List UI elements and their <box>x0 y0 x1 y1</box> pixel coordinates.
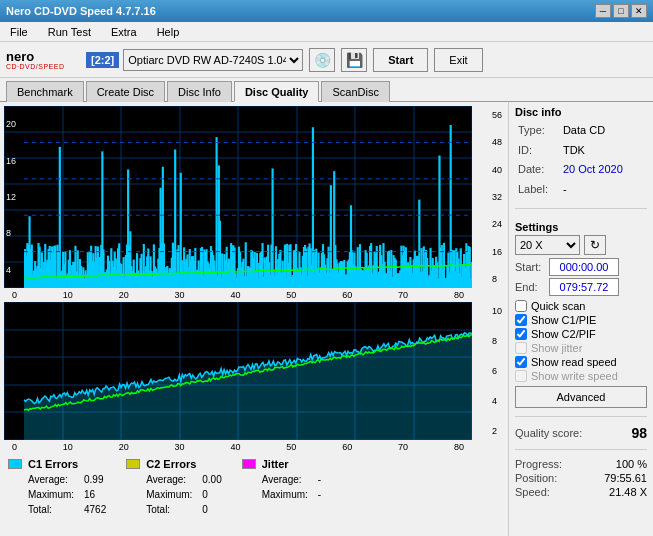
menu-file[interactable]: File <box>4 24 34 40</box>
jitter-color-box <box>242 459 256 469</box>
bottom-chart-canvas <box>4 302 472 440</box>
start-button[interactable]: Start <box>373 48 428 72</box>
menu-help[interactable]: Help <box>151 24 186 40</box>
drive-dropdown[interactable]: Optiarc DVD RW AD-7240S 1.04 <box>123 49 303 71</box>
c2-label: C2 Errors <box>146 458 196 470</box>
top-chart-y-right: 56 48 40 32 24 16 8 <box>492 106 502 288</box>
show-write-speed-row: Show write speed <box>515 370 647 382</box>
time-fields: Start: End: <box>515 258 647 296</box>
jitter-label: Jitter <box>262 458 289 470</box>
refresh-button[interactable]: ↻ <box>584 235 606 255</box>
bottom-chart-x-labels: 0 10 20 30 40 50 60 70 80 <box>4 442 472 452</box>
bottom-chart-y-right: 10 8 6 4 2 <box>492 302 502 440</box>
disc-info-title: Disc info <box>515 106 647 118</box>
show-read-speed-row: Show read speed <box>515 356 647 368</box>
settings-section: Settings 20 X ↻ Start: End: <box>515 221 647 408</box>
save-icon-button[interactable]: 💾 <box>341 48 367 72</box>
tab-benchmark[interactable]: Benchmark <box>6 81 84 102</box>
eject-icon-button[interactable]: 💿 <box>309 48 335 72</box>
exit-button[interactable]: Exit <box>434 48 482 72</box>
drive-selector: [2:2] Optiarc DVD RW AD-7240S 1.04 <box>86 49 303 71</box>
legend-c1-errors: C1 Errors Average: 0.99 Maximum: 16 Tota… <box>8 458 106 517</box>
quick-scan-label: Quick scan <box>531 300 585 312</box>
tab-disc-quality[interactable]: Disc Quality <box>234 81 320 102</box>
advanced-button[interactable]: Advanced <box>515 386 647 408</box>
disc-info-table: Type: Data CD ID: TDK Date: 20 Oct 2020 … <box>515 120 647 200</box>
progress-position-row: Position: 79:55.61 <box>515 472 647 484</box>
disc-info-section: Disc info Type: Data CD ID: TDK Date: 20… <box>515 106 647 200</box>
menu-bar: File Run Test Extra Help <box>0 22 653 42</box>
c1-color-box <box>8 459 22 469</box>
drive-label: [2:2] <box>86 52 119 68</box>
start-label: Start: <box>515 261 545 273</box>
quality-score-value: 98 <box>631 425 647 441</box>
divider-3 <box>515 449 647 450</box>
legend-c2-errors: C2 Errors Average: 0.00 Maximum: 0 Total… <box>126 458 221 517</box>
show-c1-row: Show C1/PIE <box>515 314 647 326</box>
show-jitter-row: Show jitter <box>515 342 647 354</box>
tab-scan-disc[interactable]: ScanDisc <box>321 81 389 102</box>
legend-jitter: Jitter Average: - Maximum: - <box>242 458 321 517</box>
close-button[interactable]: ✕ <box>631 4 647 18</box>
chart-area: 56 48 40 32 24 16 8 0 10 20 30 40 50 60 … <box>0 102 508 536</box>
main-content: 56 48 40 32 24 16 8 0 10 20 30 40 50 60 … <box>0 102 653 536</box>
disc-info-id-row: ID: TDK <box>517 142 645 160</box>
maximize-button[interactable]: □ <box>613 4 629 18</box>
speed-dropdown[interactable]: 20 X <box>515 235 580 255</box>
show-c2-checkbox[interactable] <box>515 328 527 340</box>
title-bar: Nero CD-DVD Speed 4.7.7.16 ─ □ ✕ <box>0 0 653 22</box>
top-chart-canvas <box>4 106 472 288</box>
quick-scan-checkbox[interactable] <box>515 300 527 312</box>
show-c1-label: Show C1/PIE <box>531 314 596 326</box>
show-read-speed-checkbox[interactable] <box>515 356 527 368</box>
right-panel: Disc info Type: Data CD ID: TDK Date: 20… <box>508 102 653 536</box>
menu-extra[interactable]: Extra <box>105 24 143 40</box>
top-chart-x-labels: 0 10 20 30 40 50 60 70 80 <box>4 290 472 300</box>
menu-run-test[interactable]: Run Test <box>42 24 97 40</box>
tab-create-disc[interactable]: Create Disc <box>86 81 165 102</box>
end-time-input[interactable] <box>549 278 619 296</box>
divider-1 <box>515 208 647 209</box>
quality-score-label: Quality score: <box>515 427 582 439</box>
show-c1-checkbox[interactable] <box>515 314 527 326</box>
settings-title: Settings <box>515 221 647 233</box>
show-jitter-checkbox <box>515 342 527 354</box>
top-chart-wrapper: 56 48 40 32 24 16 8 <box>4 106 472 288</box>
speed-row: 20 X ↻ <box>515 235 647 255</box>
quality-score-row: Quality score: 98 <box>515 425 647 441</box>
quick-scan-row: Quick scan <box>515 300 647 312</box>
chart-legend: C1 Errors Average: 0.99 Maximum: 16 Tota… <box>4 454 504 517</box>
disc-info-type-row: Type: Data CD <box>517 122 645 140</box>
nero-logo: nero CD·DVD/SPEED <box>6 46 76 74</box>
progress-progress-row: Progress: 100 % <box>515 458 647 470</box>
disc-info-date-row: Date: 20 Oct 2020 <box>517 161 645 179</box>
c1-label: C1 Errors <box>28 458 78 470</box>
app-title: Nero CD-DVD Speed 4.7.7.16 <box>6 5 156 17</box>
show-read-speed-label: Show read speed <box>531 356 617 368</box>
start-time-row: Start: <box>515 258 647 276</box>
tab-bar: Benchmark Create Disc Disc Info Disc Qua… <box>0 78 653 102</box>
toolbar: nero CD·DVD/SPEED [2:2] Optiarc DVD RW A… <box>0 42 653 78</box>
divider-2 <box>515 416 647 417</box>
show-write-speed-label: Show write speed <box>531 370 618 382</box>
show-c2-row: Show C2/PIF <box>515 328 647 340</box>
progress-speed-row: Speed: 21.48 X <box>515 486 647 498</box>
show-jitter-label: Show jitter <box>531 342 582 354</box>
end-time-row: End: <box>515 278 647 296</box>
tab-disc-info[interactable]: Disc Info <box>167 81 232 102</box>
c2-color-box <box>126 459 140 469</box>
window-controls: ─ □ ✕ <box>595 4 647 18</box>
bottom-chart-wrapper: 10 8 6 4 2 <box>4 302 472 440</box>
show-c2-label: Show C2/PIF <box>531 328 596 340</box>
progress-section: Progress: 100 % Position: 79:55.61 Speed… <box>515 458 647 498</box>
end-label: End: <box>515 281 545 293</box>
disc-info-label-row: Label: - <box>517 181 645 199</box>
show-write-speed-checkbox <box>515 370 527 382</box>
minimize-button[interactable]: ─ <box>595 4 611 18</box>
start-time-input[interactable] <box>549 258 619 276</box>
